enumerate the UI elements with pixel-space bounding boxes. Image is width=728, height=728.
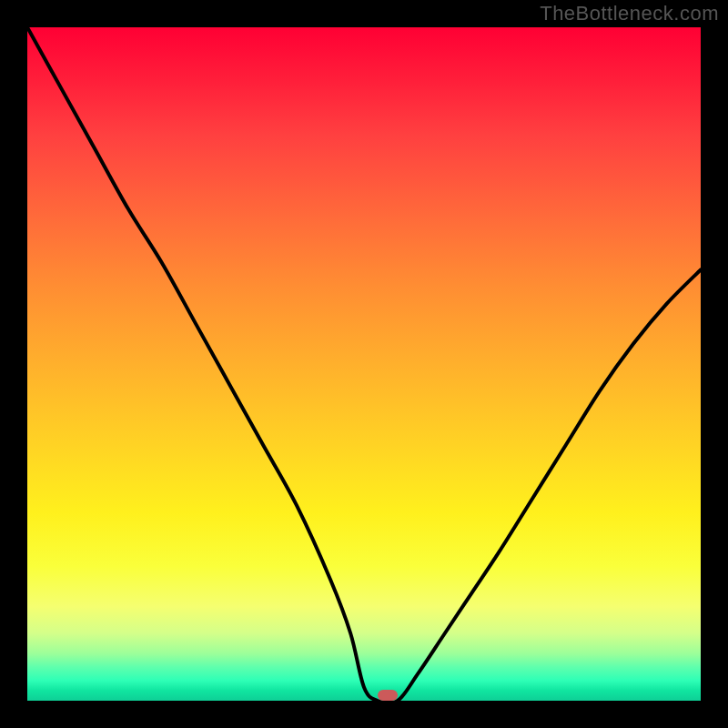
- bottleneck-marker: [378, 690, 398, 701]
- chart-frame: TheBottleneck.com: [0, 0, 728, 728]
- plot-area: [27, 27, 701, 701]
- watermark-text: TheBottleneck.com: [540, 2, 719, 25]
- bottleneck-curve: [27, 27, 701, 701]
